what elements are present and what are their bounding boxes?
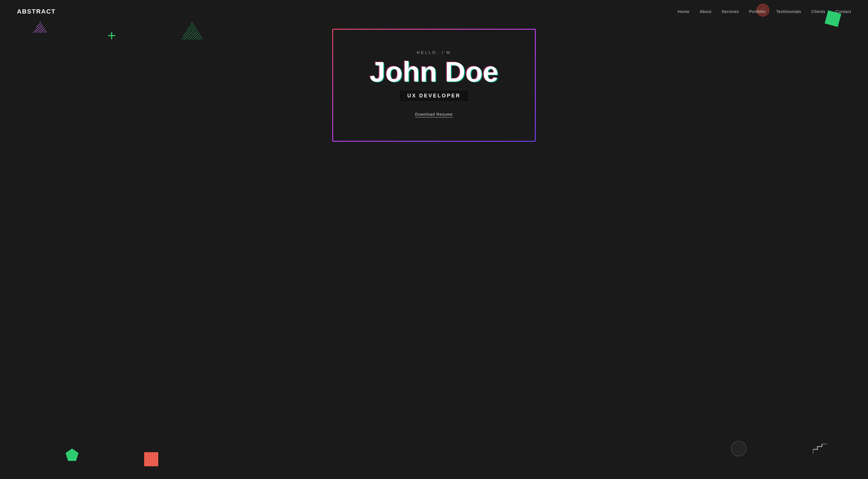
hero-title: UX DEVELOPER [399,90,469,102]
nav-portfolio[interactable]: Portfolio [749,9,766,14]
nav-services[interactable]: Services [722,9,739,14]
hero-section: HELLO, I'M John Doe UX DEVELOPER Downloa… [0,23,868,147]
hero-name: John Doe [370,58,498,86]
nav-links: Home About Services Portfolio Testimonia… [678,9,851,14]
brand-logo[interactable]: ABSTRACT [17,8,56,15]
download-resume-link[interactable]: Download Resume [415,112,453,117]
nav-clients[interactable]: Clients [811,9,825,14]
nav-testimonials[interactable]: Testimonials [776,9,801,14]
hero-card: HELLO, I'M John Doe UX DEVELOPER Downloa… [332,29,536,142]
decorative-stairs [813,444,827,454]
decorative-grid-red [144,452,158,466]
hero-greeting: HELLO, I'M [417,50,451,55]
nav-contact[interactable]: Contact [836,9,851,14]
nav-about[interactable]: About [700,9,711,14]
svg-marker-2 [66,448,79,461]
navbar: ABSTRACT Home About Services Portfolio T… [0,0,868,23]
decorative-circle-lines [731,441,746,456]
nav-home[interactable]: Home [678,9,689,14]
decorative-pentagon-green [65,448,79,462]
